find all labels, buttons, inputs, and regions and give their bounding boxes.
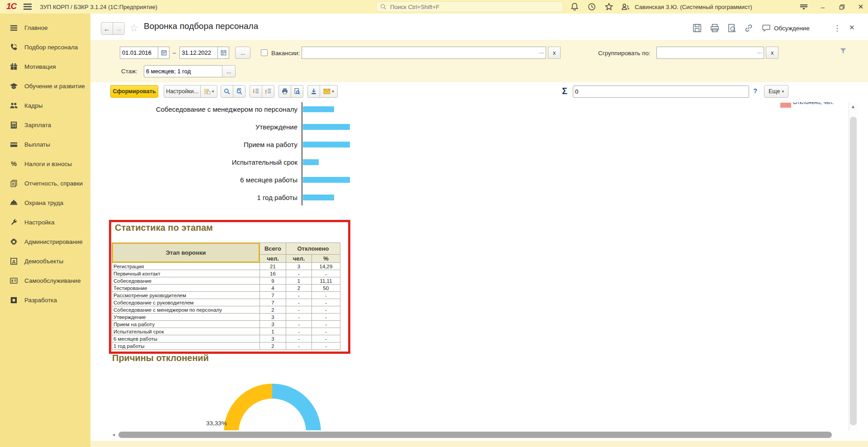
sidebar-item-gift[interactable]: Мотивация	[0, 57, 90, 76]
vacancies-picker-dots[interactable]: ...	[539, 48, 544, 55]
sidebar-item-menu[interactable]: Главное	[0, 18, 90, 38]
more-button[interactable]: Еще ▾	[764, 85, 788, 98]
generate-report-button[interactable]: Сформировать	[110, 85, 158, 98]
back-arrow-icon: ←	[104, 25, 110, 33]
filter-funnel-icon[interactable]	[839, 47, 847, 57]
date-from-input[interactable]	[120, 47, 158, 59]
vacancies-clear-button[interactable]: x	[548, 47, 561, 59]
sidebar-item-selfservice[interactable]: Самообслуживание	[0, 271, 90, 290]
date-to-input[interactable]	[179, 47, 217, 59]
vertical-scrollbar-thumb[interactable]	[850, 117, 857, 425]
vacancies-input[interactable]	[302, 47, 546, 59]
funnel-bar-chart: Собеседование с менеджером по персоналуУ…	[111, 100, 608, 206]
clear-glyph: x	[771, 50, 774, 56]
print-preview-icon[interactable]	[726, 23, 738, 33]
sidebar-item-helmet[interactable]: Охрана труда	[0, 193, 90, 213]
help-button[interactable]: ?	[753, 87, 757, 95]
send-mail-button[interactable]: ▾	[320, 85, 338, 98]
sidebar-item-percent[interactable]: % Налоги и взносы	[0, 154, 90, 174]
sidebar-item-calculator[interactable]: Зарплата	[0, 115, 90, 135]
experience-input[interactable]	[144, 65, 222, 77]
expand-groups-icon[interactable]	[250, 85, 262, 98]
funnel-category-label: Собеседование с менеджером по персоналу	[111, 105, 297, 113]
sidebar-item-gear[interactable]: Администрирование	[0, 232, 90, 252]
sections-sidebar: Главное Подбор персонала Мотивация Обуче…	[0, 14, 90, 447]
value-cell: 16	[260, 270, 286, 277]
sidebar-item-phone[interactable]: Подбор персонала	[0, 38, 90, 57]
notifications-bell-icon[interactable]	[569, 2, 580, 12]
favorite-star-icon[interactable]: ☆	[130, 23, 138, 33]
settings-label: Настройки...	[166, 88, 198, 95]
save-icon[interactable]	[691, 23, 703, 33]
group-by-picker-dots[interactable]: ...	[757, 48, 762, 55]
sidebar-item-label: Налоги и взносы	[24, 161, 72, 167]
service-menu-icon[interactable]	[798, 2, 809, 12]
discussion-label[interactable]: Обсуждение	[774, 25, 810, 32]
save-file-icon[interactable]	[307, 85, 320, 98]
wrench-icon	[9, 218, 18, 227]
find-next-icon[interactable]	[233, 85, 245, 98]
period-picker-button[interactable]: ...	[235, 47, 250, 59]
kebab-menu-icon[interactable]: ⋮	[833, 24, 841, 33]
calendar-icon[interactable]	[217, 47, 229, 59]
global-search[interactable]	[376, 1, 563, 12]
value-cell: 7	[260, 299, 286, 306]
group-by-label: Сгруппировать по:	[598, 50, 651, 57]
sidebar-item-development[interactable]: Разработка	[0, 290, 90, 310]
discussion-icon[interactable]	[760, 23, 772, 33]
minimize-button[interactable]: –	[817, 2, 828, 12]
sidebar-item-graduation-cap[interactable]: Обучение и развитие	[0, 76, 90, 96]
print-button-icon[interactable]	[278, 85, 291, 98]
sidebar-item-demo[interactable]: Д Демообъекты	[0, 252, 90, 271]
table-row: Регистрация21314,29	[112, 263, 340, 270]
stage-cell: 6 месяцев работы	[112, 335, 260, 342]
sidebar-item-documents[interactable]: Отчетность, справки	[0, 174, 90, 193]
main-menu-hamburger-icon[interactable]	[24, 3, 32, 12]
print-preview-button-icon[interactable]	[291, 85, 303, 98]
current-user[interactable]: Савинская З.Ю. (Системный программист)	[635, 4, 752, 10]
settings-button[interactable]: Настройки...	[164, 85, 201, 98]
forward-button[interactable]: →	[113, 22, 125, 35]
close-report-icon[interactable]: ✕	[849, 24, 855, 32]
get-link-icon[interactable]	[743, 23, 755, 33]
horizontal-scrollbar-thumb[interactable]	[118, 432, 832, 438]
sidebar-item-wrench[interactable]: Настройка	[0, 213, 90, 232]
group-by-input[interactable]	[656, 47, 764, 59]
print-icon[interactable]	[709, 23, 721, 33]
settings-group: Настройки... ▾	[164, 85, 217, 98]
sidebar-item-card[interactable]: Выплаты	[0, 135, 90, 154]
calendar-icon[interactable]	[158, 47, 170, 59]
funnel-bar	[303, 142, 350, 147]
report-variants-button[interactable]: ▾	[200, 85, 217, 98]
close-glyph: ✕	[858, 3, 864, 11]
favorites-star-icon[interactable]	[604, 2, 614, 12]
col-header-declined-people: чел.	[286, 255, 312, 263]
back-button[interactable]: ←	[101, 22, 113, 35]
value-cell: -	[286, 299, 312, 306]
value-cell: -	[286, 335, 312, 342]
sum-field[interactable]	[573, 86, 749, 98]
restore-window-button[interactable]	[836, 2, 847, 12]
value-cell: 2	[260, 342, 286, 350]
generate-label: Сформировать	[113, 88, 156, 95]
sidebar-item-label: Кадры	[24, 102, 42, 109]
scroll-up-glyph: ▲	[851, 104, 855, 109]
experience-picker-button[interactable]: ...	[222, 65, 236, 77]
collapse-groups-icon[interactable]	[262, 85, 274, 98]
vacancies-checkbox[interactable]	[261, 49, 268, 56]
sidebar-item-label: Охрана труда	[24, 200, 63, 206]
report-variant-icon	[204, 88, 211, 95]
history-icon[interactable]	[586, 2, 597, 12]
find-icon[interactable]	[221, 85, 233, 98]
close-window-button[interactable]: ✕	[855, 2, 866, 12]
forward-arrow-icon: →	[115, 25, 122, 33]
sidebar-item-people[interactable]: Кадры	[0, 96, 90, 115]
group-by-clear-button[interactable]: x	[766, 47, 778, 59]
funnel-category-label: Утверждение	[111, 123, 297, 131]
scroll-left-arrow[interactable]: ◂	[113, 432, 115, 437]
value-cell: 11,11	[312, 277, 340, 285]
scroll-up-arrow[interactable]: ▲	[851, 104, 855, 109]
users-icon[interactable]	[620, 2, 631, 12]
search-input[interactable]	[389, 3, 559, 11]
funnel-row: Прием на работу	[111, 136, 608, 153]
